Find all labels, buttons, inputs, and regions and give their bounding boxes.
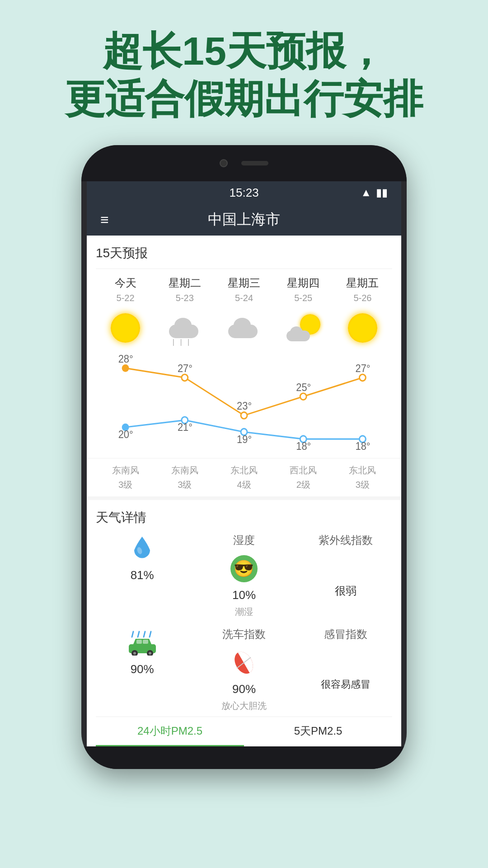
app-bar: ≡ 中国上海市 <box>87 204 401 236</box>
svg-point-4 <box>359 374 366 381</box>
wind-4: 东北风3级 <box>333 463 392 492</box>
face-icon: 😎 <box>228 553 260 585</box>
pm-tabs: 24小时PM2.5 5天PM2.5 <box>96 717 392 746</box>
forecast-day-0: 今天 5-22 <box>96 276 155 349</box>
status-time: 15:23 <box>127 186 361 200</box>
temp-svg: 28° 27° 23° 25° 27° <box>96 354 392 458</box>
details-section: 天气详情 81% <box>87 496 401 746</box>
forecast-day-2: 星期三 5-24 <box>214 276 273 349</box>
weather-icon-partly <box>285 310 321 346</box>
svg-line-21 <box>132 632 133 637</box>
svg-text:27°: 27° <box>355 363 370 374</box>
detail-humidity-label: 湿度 😎 10% 潮湿 <box>197 533 290 618</box>
svg-text:21°: 21° <box>178 422 192 434</box>
weather-icon-sunny <box>108 310 144 346</box>
svg-point-0 <box>122 364 129 372</box>
status-bar: 15:23 ▲ ▮▮ <box>87 181 401 204</box>
weather-icon-cloudy <box>226 310 262 346</box>
wind-2: 东北风4级 <box>214 463 273 492</box>
svg-text:27°: 27° <box>178 363 192 374</box>
svg-text:18°: 18° <box>296 441 311 453</box>
svg-text:20°: 20° <box>118 429 133 441</box>
detail-car-wash-label: 洗车指数 <box>197 627 290 712</box>
forecast-title: 15天预报 <box>96 245 392 262</box>
menu-icon[interactable]: ≡ <box>100 212 109 227</box>
forecast-day-3: 星期四 5-25 <box>274 276 333 349</box>
battery-icon: ▮▮ <box>376 186 388 199</box>
svg-text:25°: 25° <box>296 382 311 393</box>
svg-line-23 <box>144 632 145 637</box>
phone-bottom <box>81 746 407 769</box>
status-icons: ▲ ▮▮ <box>361 186 388 199</box>
svg-line-24 <box>150 632 151 637</box>
phone-speaker <box>241 161 268 165</box>
wind-3: 西北风2级 <box>274 463 333 492</box>
page-header: 超长15天预报， 更适合假期出行安排 <box>0 0 488 141</box>
wind-0: 东南风3级 <box>96 463 155 492</box>
forecast-grid: 今天 5-22 星期二 5-23 <box>96 269 392 349</box>
wind-grid: 东南风3级 东南风3级 东北风4级 西北风2级 东北风3级 <box>87 458 401 496</box>
wifi-icon: ▲ <box>361 186 371 199</box>
pm-24h-tab[interactable]: 24小时PM2.5 <box>96 717 244 746</box>
detail-humidity: 81% <box>96 533 188 618</box>
phone-mockup: 15:23 ▲ ▮▮ ≡ 中国上海市 15天预报 <box>0 145 488 769</box>
app-bar-title: 中国上海市 <box>208 210 280 230</box>
forecast-day-1: 星期二 5-23 <box>155 276 214 349</box>
detail-car-wash-icon: 90% <box>96 627 188 712</box>
phone-body: 15:23 ▲ ▮▮ ≡ 中国上海市 15天预报 <box>81 145 407 769</box>
details-grid: 81% 湿度 😎 10% 潮湿 <box>96 533 392 712</box>
header-subtitle: 更适合假期出行安排 <box>18 75 470 123</box>
water-drop-icon <box>127 533 158 565</box>
screen-content: 15天预报 今天 5-22 星期二 5 <box>87 236 401 746</box>
svg-point-30 <box>133 652 136 655</box>
svg-text:23°: 23° <box>237 401 252 412</box>
forecast-day-4: 星期五 5-26 <box>333 276 392 349</box>
svg-point-31 <box>149 652 151 655</box>
weather-icon-rainy <box>167 310 203 346</box>
svg-text:19°: 19° <box>237 434 252 445</box>
car-icon <box>127 627 158 659</box>
header-title: 超长15天预报， <box>18 27 470 75</box>
svg-text:28°: 28° <box>118 354 133 365</box>
temperature-chart: 28° 27° 23° 25° 27° <box>96 354 392 458</box>
phone-top <box>81 145 407 181</box>
wind-1: 东南风3级 <box>155 463 214 492</box>
details-title: 天气详情 <box>96 509 392 526</box>
front-camera <box>220 159 228 167</box>
detail-uv: 紫外线指数 很弱 <box>300 533 392 618</box>
detail-cold: 感冒指数 很容易感冒 <box>300 627 392 712</box>
pm-5day-tab[interactable]: 5天PM2.5 <box>244 717 392 746</box>
svg-line-22 <box>138 632 139 637</box>
weather-icon-sunny2 <box>344 310 380 346</box>
svg-point-2 <box>241 412 247 419</box>
svg-rect-26 <box>136 640 142 644</box>
svg-text:18°: 18° <box>355 441 370 453</box>
phone-screen: 15:23 ▲ ▮▮ ≡ 中国上海市 15天预报 <box>87 181 401 746</box>
svg-point-1 <box>182 374 188 381</box>
svg-point-3 <box>300 393 306 400</box>
svg-rect-27 <box>143 640 148 644</box>
pill-icon <box>228 647 260 679</box>
forecast-section: 15天预报 今天 5-22 星期二 5 <box>87 236 401 349</box>
